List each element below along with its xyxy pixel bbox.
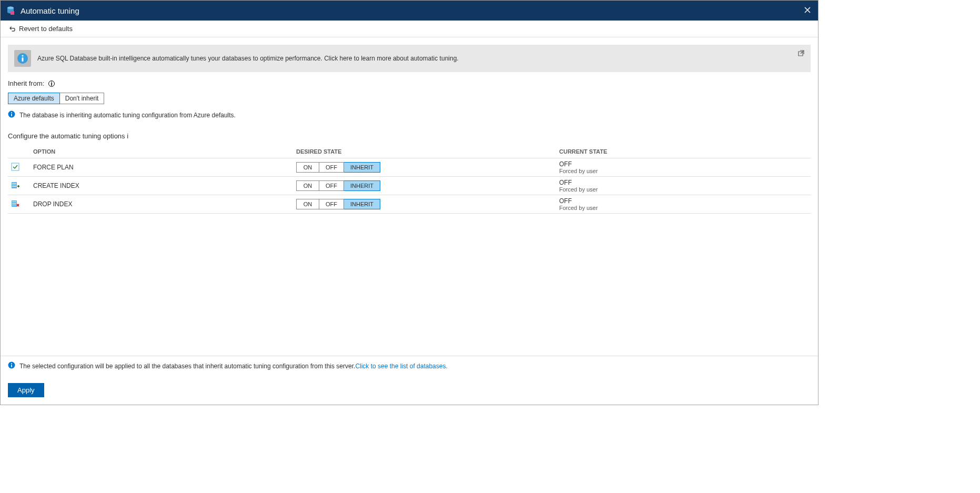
- table-header-option: OPTION: [31, 145, 294, 158]
- table-row: DROP INDEX ON OFF INHERIT OFF Forced by …: [8, 195, 811, 214]
- inherit-dont-inherit-button[interactable]: Don't inherit: [60, 93, 105, 104]
- blade-title: Automatic tuning: [21, 6, 802, 15]
- desired-state-toggle: ON OFF INHERIT: [296, 180, 380, 191]
- svg-rect-15: [12, 202, 16, 202]
- configure-label: Configure the automatic tuning options: [8, 132, 125, 140]
- table-header-row: OPTION DESIRED STATE CURRENT STATE: [8, 145, 811, 158]
- close-icon: [804, 7, 811, 13]
- desired-state-cell: ON OFF INHERIT: [294, 195, 557, 214]
- state-on-button[interactable]: ON: [296, 162, 319, 173]
- svg-rect-13: [12, 186, 16, 187]
- info-banner[interactable]: Azure SQL Database built-in intelligence…: [8, 45, 811, 72]
- content-area: Azure SQL Database built-in intelligence…: [1, 37, 818, 356]
- toolbar: Revert to defaults: [1, 21, 818, 37]
- option-name: DROP INDEX: [31, 195, 294, 214]
- footer-bar: Apply: [1, 376, 818, 405]
- svg-point-1: [7, 7, 14, 9]
- info-icon: [17, 53, 28, 64]
- table-row: CREATE INDEX ON OFF INHERIT OFF Forced b…: [8, 177, 811, 195]
- svg-point-7: [11, 112, 12, 113]
- desired-state-toggle: ON OFF INHERIT: [296, 199, 380, 209]
- svg-rect-17: [12, 205, 16, 205]
- info-icon-box: [14, 50, 31, 67]
- state-inherit-button[interactable]: INHERIT: [344, 162, 380, 173]
- inherit-status-text: The database is inheriting automatic tun…: [19, 112, 236, 119]
- current-sub: Forced by user: [559, 186, 809, 193]
- current-state-cell: OFF Forced by user: [557, 195, 811, 214]
- blade-header: Automatic tuning: [1, 1, 818, 21]
- row-icon-cell: [8, 195, 31, 214]
- state-on-button[interactable]: ON: [296, 180, 319, 191]
- info-icon: [8, 110, 15, 119]
- option-name: FORCE PLAN: [31, 158, 294, 177]
- svg-rect-2: [11, 11, 14, 15]
- popout-button[interactable]: [797, 50, 804, 59]
- inherit-status-row: The database is inheriting automatic tun…: [8, 110, 811, 119]
- svg-rect-12: [12, 185, 16, 185]
- info-banner-text: Azure SQL Database built-in intelligence…: [37, 55, 804, 62]
- force-plan-icon: [11, 163, 19, 171]
- inherit-from-label-row: Inherit from: i: [8, 79, 811, 87]
- revert-label: Revert to defaults: [19, 25, 73, 33]
- inherit-azure-defaults-button[interactable]: Azure defaults: [8, 93, 60, 104]
- svg-point-19: [11, 363, 12, 364]
- inherit-help-icon[interactable]: i: [48, 81, 55, 87]
- current-state-cell: OFF Forced by user: [557, 158, 811, 177]
- drop-index-icon: [11, 199, 19, 208]
- state-off-button[interactable]: OFF: [319, 162, 344, 173]
- configure-help-icon[interactable]: i: [127, 132, 128, 140]
- current-sub: Forced by user: [559, 168, 809, 174]
- svg-point-4: [22, 55, 23, 56]
- current-value: OFF: [559, 160, 809, 168]
- current-value: OFF: [559, 179, 809, 186]
- row-icon-cell: [8, 177, 31, 195]
- revert-to-defaults-button[interactable]: Revert to defaults: [8, 25, 73, 33]
- row-icon-cell: [8, 158, 31, 177]
- svg-rect-8: [11, 114, 12, 116]
- footer-info-link[interactable]: Click to see the list of databases.: [355, 363, 447, 370]
- table-header-desired: DESIRED STATE: [294, 145, 557, 158]
- svg-rect-11: [12, 183, 16, 184]
- footer-info-row: The selected configuration will be appli…: [1, 356, 818, 376]
- inherit-from-label: Inherit from:: [8, 79, 44, 87]
- svg-rect-5: [22, 57, 24, 62]
- current-state-cell: OFF Forced by user: [557, 177, 811, 195]
- state-inherit-button[interactable]: INHERIT: [344, 199, 380, 209]
- desired-state-toggle: ON OFF INHERIT: [296, 162, 380, 173]
- undo-icon: [8, 25, 16, 33]
- inherit-segmented-control: Azure defaults Don't inherit: [8, 93, 104, 104]
- configure-label-row: Configure the automatic tuning options i: [8, 132, 811, 140]
- state-inherit-button[interactable]: INHERIT: [344, 180, 380, 191]
- table-row: FORCE PLAN ON OFF INHERIT OFF Forced by …: [8, 158, 811, 177]
- desired-state-cell: ON OFF INHERIT: [294, 177, 557, 195]
- svg-rect-20: [11, 365, 12, 367]
- table-header-icon: [8, 145, 31, 158]
- current-value: OFF: [559, 197, 809, 205]
- database-icon: [6, 6, 15, 15]
- info-icon: [8, 361, 15, 370]
- tuning-options-table: OPTION DESIRED STATE CURRENT STATE FORCE…: [8, 145, 811, 214]
- apply-button[interactable]: Apply: [8, 383, 44, 397]
- svg-rect-9: [12, 163, 19, 170]
- footer-info-text: The selected configuration will be appli…: [19, 363, 355, 370]
- svg-rect-16: [12, 203, 16, 204]
- state-off-button[interactable]: OFF: [319, 180, 344, 191]
- desired-state-cell: ON OFF INHERIT: [294, 158, 557, 177]
- current-sub: Forced by user: [559, 205, 809, 211]
- automatic-tuning-blade: Automatic tuning Revert to defaults Azur…: [0, 0, 819, 405]
- create-index-icon: [11, 181, 19, 189]
- state-off-button[interactable]: OFF: [319, 199, 344, 209]
- state-on-button[interactable]: ON: [296, 199, 319, 209]
- close-button[interactable]: [802, 4, 813, 17]
- option-name: CREATE INDEX: [31, 177, 294, 195]
- table-header-current: CURRENT STATE: [557, 145, 811, 158]
- popout-icon: [797, 50, 804, 57]
